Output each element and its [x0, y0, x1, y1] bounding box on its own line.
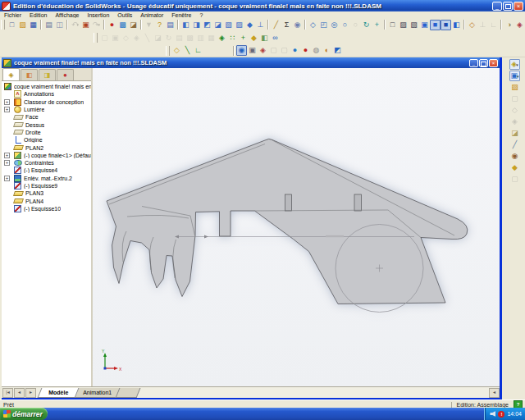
paste[interactable]: ▣: [80, 20, 91, 30]
coordinate-system[interactable]: ∟: [193, 45, 203, 56]
menu-insertion[interactable]: Insertion: [83, 12, 113, 18]
view-top[interactable]: ▧: [223, 20, 234, 30]
minimize-button[interactable]: _: [492, 2, 502, 11]
restore-button[interactable]: [503, 2, 513, 11]
menu-[interactable]: ?: [195, 12, 207, 18]
edit-appearance[interactable]: ●: [290, 45, 300, 56]
tree-item-classeur-de-conception[interactable]: +Classeur de conception: [3, 98, 91, 106]
pan[interactable]: +: [372, 20, 382, 30]
volume-icon[interactable]: [490, 411, 495, 417]
file-properties[interactable]: ▤: [165, 20, 176, 30]
undo-dropdown[interactable]: ▾: [77, 22, 80, 27]
zoom-to-fit[interactable]: ◇: [308, 20, 318, 30]
tree-item-droite[interactable]: Droite: [3, 129, 91, 136]
tree-item-enl-v-mat-extru-2[interactable]: +Enlèv. mat.-Extru.2: [3, 175, 91, 182]
doc-minimize-button[interactable]: _: [469, 59, 478, 67]
find-components[interactable]: ◉: [509, 151, 520, 162]
expand-toggle[interactable]: +: [4, 160, 10, 166]
tree-item-lumi-re[interactable]: +Lumière: [3, 106, 91, 113]
rebuild[interactable]: ●: [107, 20, 117, 30]
configurationmanager-tab[interactable]: ◨: [39, 69, 56, 80]
view-bottom[interactable]: ▨: [234, 20, 244, 30]
tab-scroll-right[interactable]: ▸: [25, 388, 36, 398]
zoom-in-out[interactable]: ◎: [329, 20, 340, 30]
render-area[interactable]: ◍: [311, 45, 322, 56]
toolbar-drag-handle[interactable]: [1, 20, 5, 30]
tree-root-item[interactable]: coque vraiment finale! mais en fa: [3, 83, 91, 90]
assembly-model[interactable]: [107, 139, 468, 312]
shadows-in-shaded-mode[interactable]: ■: [441, 20, 451, 30]
photoworks-options[interactable]: ◩: [332, 45, 343, 56]
tree-item-coque-finale-1-d-faut[interactable]: +(-) coque finale<1> (Défaut): [3, 152, 91, 159]
zoom-to-selection[interactable]: ○: [340, 20, 350, 30]
tab-scroll-left[interactable]: ◂: [14, 388, 25, 398]
apply-scene[interactable]: ◇: [467, 20, 477, 30]
view-orientation[interactable]: ◉: [236, 45, 247, 56]
view-isometric[interactable]: ◆: [244, 20, 255, 30]
tree-item-origine[interactable]: Origine: [3, 136, 91, 144]
tab-modele[interactable]: Modèle: [38, 388, 80, 398]
mate[interactable]: +: [238, 33, 249, 43]
tree-item-esquisse4[interactable]: (-) Esquisse4: [3, 167, 91, 174]
menu-fen-tre[interactable]: Fenêtre: [167, 12, 195, 18]
standard-views[interactable]: ▣: [247, 45, 258, 56]
expand-toggle[interactable]: +: [4, 153, 10, 158]
tree-item-plan4[interactable]: PLAN4: [3, 197, 91, 204]
open-document[interactable]: ▨: [17, 20, 28, 30]
save[interactable]: ▦: [28, 20, 39, 30]
wireframe[interactable]: □: [387, 20, 398, 30]
exploded-view-r[interactable]: ◆: [509, 162, 520, 173]
print[interactable]: ▤: [43, 20, 54, 30]
hide-show-components[interactable]: ▨: [509, 82, 520, 93]
new-motion-study[interactable]: ∞: [270, 33, 281, 43]
move-component-r[interactable]: ◪: [509, 128, 520, 139]
hidden-lines-visible[interactable]: ▨: [398, 20, 409, 30]
tree-item-plan2[interactable]: PLAN2: [3, 144, 91, 151]
tab-scroll-first[interactable]: |◂: [2, 388, 13, 398]
rotate-view[interactable]: ↻: [361, 20, 372, 30]
view-right[interactable]: ◪: [212, 20, 223, 30]
toolbar-drag-handle[interactable]: [94, 33, 98, 43]
mass-properties[interactable]: ◉: [292, 20, 303, 30]
alert-tray-icon[interactable]: !: [498, 411, 504, 418]
close-button[interactable]: ×: [514, 2, 523, 11]
menu-fichier[interactable]: Fichier: [0, 12, 25, 18]
start-button[interactable]: démarrer: [0, 408, 48, 420]
redo-dropdown[interactable]: ▾: [98, 22, 101, 27]
propertymanager-tab[interactable]: ◧: [21, 69, 38, 80]
show-hidden-components[interactable]: ◧: [259, 33, 270, 43]
shaded[interactable]: ■: [430, 20, 441, 30]
assembly-visualization[interactable]: ∷: [227, 33, 238, 43]
view-back[interactable]: ◨: [191, 20, 202, 30]
menu-edition[interactable]: Edition: [25, 12, 51, 18]
tree-item-esquisse10[interactable]: (-) Esquisse10: [3, 205, 91, 212]
insert-components[interactable]: ◈▾: [509, 59, 520, 70]
tree-item-plan3[interactable]: PLAN3: [3, 189, 91, 197]
menu-affichage[interactable]: Affichage: [51, 12, 83, 18]
shaded-with-edges[interactable]: ▣: [419, 20, 430, 30]
doc-close-button[interactable]: ×: [489, 59, 498, 67]
view-left[interactable]: ◩: [202, 20, 212, 30]
equations[interactable]: Σ: [281, 20, 292, 30]
tree-item-contraintes[interactable]: +Contraintes: [3, 159, 91, 167]
options[interactable]: ◪: [128, 20, 139, 30]
view-front[interactable]: ◧: [180, 20, 191, 30]
smart-mates[interactable]: ▣▾: [509, 71, 520, 81]
print-preview[interactable]: ◫: [54, 20, 65, 30]
expand-toggle[interactable]: +: [4, 107, 10, 112]
rotate-component-r[interactable]: ╱: [509, 139, 520, 150]
expand-toggle[interactable]: +: [4, 99, 10, 105]
third-party-tab[interactable]: ●: [57, 69, 74, 80]
quick-tips[interactable]: ◈: [514, 20, 525, 30]
measure[interactable]: ╱: [271, 20, 281, 30]
apply-scene-2[interactable]: ◈: [258, 45, 268, 56]
menu-outils[interactable]: Outils: [113, 12, 136, 18]
help[interactable]: ?: [154, 20, 165, 30]
featuremanager-tab[interactable]: ◈: [2, 68, 20, 80]
expand-toggle[interactable]: +: [4, 176, 10, 181]
view-normal-to[interactable]: ⊥: [255, 20, 266, 30]
section-view[interactable]: ◧: [451, 20, 462, 30]
tree-item-annotations[interactable]: AAnnotations: [3, 90, 91, 98]
menu-animator[interactable]: Animator: [136, 12, 167, 18]
hidden-lines-removed[interactable]: ▧: [409, 20, 419, 30]
